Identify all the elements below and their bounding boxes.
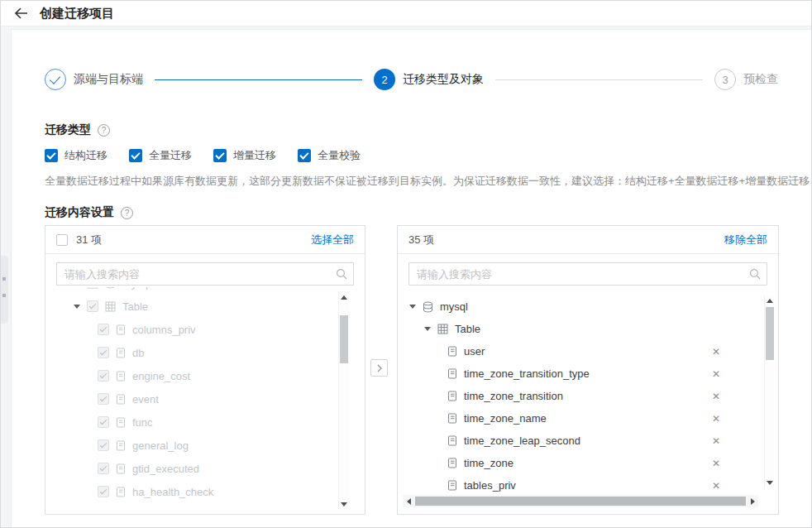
table-name: time_zone xyxy=(464,457,513,469)
table-row: general_log xyxy=(45,434,340,457)
table-row: ha_health_check xyxy=(45,480,340,503)
table-row: time_zone_name ✕ xyxy=(398,407,753,430)
table-item-icon xyxy=(447,391,457,401)
target-tree: mysql Table us xyxy=(398,287,753,512)
source-search xyxy=(56,262,354,286)
table-item-icon xyxy=(116,324,126,335)
remove-all-link[interactable]: 移除全部 xyxy=(724,233,767,247)
scroll-down-button[interactable] xyxy=(765,478,775,487)
back-button[interactable] xyxy=(14,7,28,19)
table-item-icon xyxy=(116,440,126,451)
section-title-text: 迁移类型 xyxy=(45,122,91,137)
table-item-icon xyxy=(116,417,126,428)
help-icon[interactable]: ? xyxy=(98,124,110,137)
checkbox-checked[interactable] xyxy=(45,149,58,162)
database-name: mysql xyxy=(440,300,468,313)
stepper-connector-done xyxy=(155,79,362,80)
checkbox-label: 结构迁移 xyxy=(64,148,107,163)
help-icon[interactable]: ? xyxy=(121,207,133,219)
checkbox-checked-disabled xyxy=(98,324,109,335)
option-structure-migration: 结构迁移 xyxy=(45,148,107,163)
target-item-count: 35 项 xyxy=(408,233,434,247)
wizard-stepper: 源端与目标端 2 迁移类型及对象 3 预检查 xyxy=(45,68,778,91)
scroll-up-button[interactable] xyxy=(765,295,775,305)
scroll-down-button[interactable] xyxy=(339,499,349,509)
vertical-scrollbar[interactable] xyxy=(338,292,349,509)
remove-item-button[interactable]: ✕ xyxy=(712,458,720,468)
table-row: columns_priv xyxy=(45,318,340,341)
content-card: 源端与目标端 2 迁移类型及对象 3 预检查 迁移类型 ? 结构迁移 xyxy=(11,29,812,528)
table-item-icon xyxy=(447,458,457,468)
remove-item-button[interactable]: ✕ xyxy=(712,369,720,379)
remove-item-button[interactable]: ✕ xyxy=(712,481,720,491)
group-label: Table xyxy=(122,300,148,313)
collapsed-drawer-handle[interactable] xyxy=(1,256,8,324)
step-label: 源端与目标端 xyxy=(74,72,143,87)
source-tree: mysql Table xyxy=(45,287,340,512)
search-icon xyxy=(749,268,761,283)
checkbox-checked-disabled xyxy=(98,393,109,405)
table-name: user xyxy=(464,345,485,358)
database-icon xyxy=(423,301,433,313)
move-to-target-button[interactable] xyxy=(370,359,388,377)
table-row: db xyxy=(45,341,340,364)
scroll-right-button[interactable] xyxy=(747,495,758,507)
table-name: gtid_executed xyxy=(132,463,199,475)
database-name: mysql xyxy=(122,287,150,290)
content-settings-section-title: 迁移内容设置 ? xyxy=(45,205,133,220)
table-row: event xyxy=(45,387,340,410)
table-name: db xyxy=(132,347,144,359)
table-item-icon xyxy=(447,480,457,491)
scroll-up-button[interactable] xyxy=(339,292,349,302)
table-row: user ✕ xyxy=(398,340,753,362)
table-item-icon xyxy=(447,346,457,357)
scrollbar-thumb[interactable] xyxy=(415,497,746,506)
target-tree-items: user ✕ time_zone_transition_type ✕ xyxy=(398,340,753,497)
source-search-input[interactable] xyxy=(56,262,354,286)
checkbox-checked[interactable] xyxy=(129,149,142,162)
vertical-scrollbar[interactable] xyxy=(764,295,775,487)
table-row: tables_priv ✕ xyxy=(398,474,753,497)
caret-down-icon[interactable] xyxy=(74,305,80,309)
target-tree-panel: 35 项 移除全部 mysql xyxy=(397,225,779,515)
table-row: engine_cost xyxy=(45,364,340,387)
checkbox-checked[interactable] xyxy=(213,149,227,162)
table-group-icon xyxy=(437,324,448,334)
checkbox-label: 增量迁移 xyxy=(233,148,276,163)
table-item-icon xyxy=(447,435,457,446)
scrollbar-thumb[interactable] xyxy=(766,307,774,360)
source-item-count: 31 项 xyxy=(76,233,102,247)
checkbox-checked[interactable] xyxy=(298,149,311,162)
step-migration-type: 2 迁移类型及对象 xyxy=(374,69,484,90)
remove-item-button[interactable]: ✕ xyxy=(712,414,720,424)
step-number-badge: 2 xyxy=(374,69,395,90)
scrollbar-thumb[interactable] xyxy=(340,315,348,363)
search-icon xyxy=(336,268,347,283)
scroll-left-button[interactable] xyxy=(403,495,414,507)
horizontal-scrollbar[interactable] xyxy=(403,495,758,507)
table-item-icon xyxy=(116,348,126,358)
remove-item-button[interactable]: ✕ xyxy=(712,347,720,357)
tree-group-row: Table xyxy=(398,318,753,340)
step-number-badge: 3 xyxy=(714,69,736,90)
tree-row-clipped: mysql xyxy=(45,287,340,295)
target-search-input[interactable] xyxy=(408,262,767,286)
target-search xyxy=(408,262,767,286)
table-item-icon xyxy=(116,371,126,382)
table-row: time_zone_transition ✕ xyxy=(398,385,753,407)
migration-note-text: 全量数据迁移过程中如果源库有数据更新，这部分更新数据不保证被迁移到目标实例。为保… xyxy=(45,174,810,189)
remove-item-button[interactable]: ✕ xyxy=(712,436,720,446)
source-tree-panel: 31 项 选择全部 mysql xyxy=(45,225,365,515)
caret-down-icon[interactable] xyxy=(409,305,416,309)
step-precheck: 3 预检查 xyxy=(714,69,778,90)
remove-item-button[interactable]: ✕ xyxy=(712,391,720,401)
stepper-connector-pending xyxy=(495,79,703,80)
target-panel-header: 35 项 移除全部 xyxy=(398,226,778,254)
source-panel-header: 31 项 选择全部 xyxy=(45,226,365,254)
group-label: Table xyxy=(455,323,480,335)
select-all-link[interactable]: 选择全部 xyxy=(311,233,354,247)
select-all-checkbox[interactable] xyxy=(56,234,68,246)
caret-down-icon[interactable] xyxy=(424,327,431,331)
page-title: 创建迁移项目 xyxy=(40,6,114,22)
checkbox-checked-disabled xyxy=(98,439,109,451)
